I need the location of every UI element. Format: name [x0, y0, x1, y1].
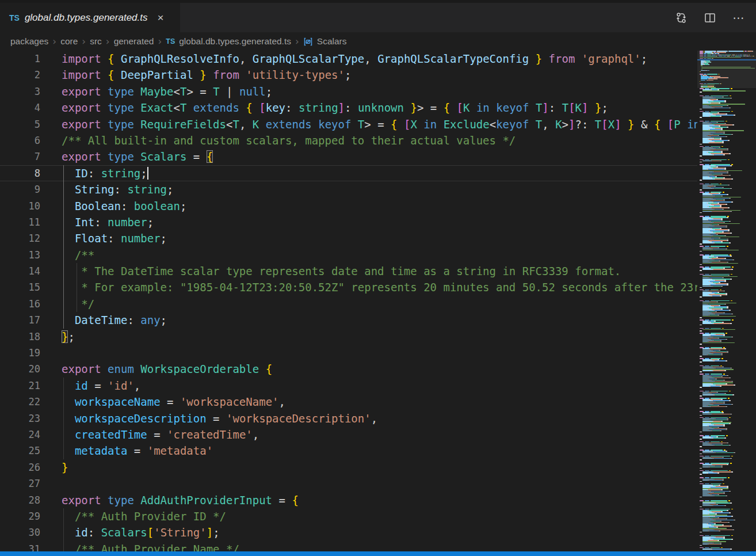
code-token: [ [568, 101, 575, 114]
code-token: > = [186, 85, 213, 98]
indent-guide [63, 541, 64, 551]
more-actions-icon[interactable]: ⋯ [732, 11, 746, 25]
line-number[interactable]: 16 [0, 296, 40, 312]
line-number[interactable]: 31 [0, 541, 40, 551]
code-token: : [549, 101, 562, 114]
line-number[interactable]: 10 [0, 198, 40, 214]
code-line[interactable]: 14 * The DateTime scalar type represents… [0, 263, 697, 279]
code-token: = [207, 412, 226, 425]
code-line[interactable]: 1import { GraphQLResolveInfo, GraphQLSca… [0, 51, 697, 67]
code-line[interactable]: 29 /** Auth Provider ID */ [0, 508, 697, 524]
code-line[interactable]: 31 /** Auth Provider Name */ [0, 541, 697, 551]
code-line[interactable]: 12 Float: number; [0, 230, 697, 246]
code-token: ] [582, 101, 588, 114]
code-token: keyof [312, 118, 352, 131]
line-number[interactable]: 5 [0, 116, 40, 132]
line-number[interactable]: 24 [0, 426, 40, 443]
line-number[interactable]: 4 [0, 100, 40, 116]
code-token: = [186, 150, 206, 163]
line-number[interactable]: 29 [0, 508, 40, 524]
code-token: DateTime [62, 314, 127, 326]
code-line[interactable]: 2import { DeepPartial } from 'utility-ty… [0, 67, 697, 83]
code-token: { [444, 101, 450, 114]
line-number[interactable]: 27 [0, 475, 40, 492]
code-line[interactable]: 13 /** [0, 247, 697, 263]
code-line[interactable]: 15 * For example: "1985-04-12T23:20:50.5… [0, 279, 697, 295]
code-line[interactable]: 11 Int: number; [0, 214, 697, 230]
line-number[interactable]: 18 [0, 329, 40, 345]
line-number[interactable]: 9 [0, 181, 40, 197]
indent-guide [63, 524, 64, 540]
code-line[interactable]: 21 id = 'id', [0, 378, 697, 394]
minimap-content [700, 51, 755, 550]
breadcrumb-item-symbol[interactable]: Scalars [303, 36, 347, 47]
breadcrumb-item-generated[interactable]: generated [114, 36, 154, 47]
breadcrumb-item-file[interactable]: TSglobal.db.types.generated.ts [166, 36, 291, 47]
code-line[interactable]: 4export type Exact<T extends { [key: str… [0, 100, 697, 116]
code-line[interactable]: 16 */ [0, 296, 697, 312]
breadcrumb-item-core[interactable]: core [60, 36, 78, 47]
code-token: Scalars [134, 150, 187, 163]
line-number[interactable]: 14 [0, 263, 40, 279]
line-number[interactable]: 1 [0, 51, 40, 67]
code-line[interactable]: 27 [0, 475, 697, 492]
code-token: { [654, 118, 660, 131]
line-number[interactable]: 11 [0, 214, 40, 230]
line-number[interactable]: 6 [0, 132, 40, 148]
line-number[interactable]: 26 [0, 459, 40, 475]
breadcrumb-item-src[interactable]: src [90, 36, 102, 47]
code-line[interactable]: 7export type Scalars = { [0, 148, 697, 165]
code-line[interactable]: 19 [0, 345, 697, 361]
code-token: & [635, 118, 654, 131]
line-number[interactable]: 28 [0, 492, 40, 508]
code-token: 'String' [154, 526, 207, 539]
code-line[interactable]: 24 createdTime = 'createdTime', [0, 426, 697, 443]
code-token [450, 101, 456, 114]
code-line[interactable]: 28export type AddAuthProviderInput = { [0, 492, 697, 508]
code-line[interactable]: 17 DateTime: any; [0, 312, 697, 328]
code-line[interactable]: 25 metadata = 'metadata' [0, 443, 697, 459]
open-changes-icon[interactable] [674, 11, 688, 25]
line-number[interactable]: 20 [0, 361, 40, 377]
code-line[interactable]: 5export type RequireFields<T, K extends … [0, 116, 697, 132]
code-area[interactable]: 1import { GraphQLResolveInfo, GraphQLSca… [0, 51, 697, 551]
code-token: string [101, 167, 141, 180]
code-line[interactable]: 9 String: string; [0, 181, 697, 197]
line-number[interactable]: 8 [0, 165, 40, 181]
minimap-slider[interactable] [697, 51, 756, 88]
close-tab-icon[interactable]: × [158, 12, 164, 23]
line-number[interactable]: 21 [0, 378, 40, 394]
line-number[interactable]: 19 [0, 345, 40, 361]
code-token: import [62, 52, 101, 65]
split-editor-icon[interactable] [703, 11, 717, 25]
code-line[interactable]: 20export enum WorkspaceOrderable { [0, 361, 697, 377]
line-number[interactable]: 2 [0, 67, 40, 83]
minimap[interactable] [697, 51, 756, 551]
line-number[interactable]: 25 [0, 443, 40, 459]
editor-tab[interactable]: TS global.db.types.generated.ts × [0, 3, 180, 32]
line-number[interactable]: 22 [0, 394, 40, 410]
line-number[interactable]: 3 [0, 83, 40, 100]
line-number[interactable]: 12 [0, 230, 40, 246]
code-line[interactable]: 26} [0, 459, 697, 475]
code-line[interactable]: 22 workspaceName = 'workspaceName', [0, 394, 697, 410]
line-number[interactable]: 30 [0, 524, 40, 540]
code-line[interactable]: 18}; [0, 329, 697, 345]
line-number[interactable]: 23 [0, 410, 40, 426]
code-line[interactable]: 30 id: Scalars['String']; [0, 524, 697, 540]
line-number[interactable]: 15 [0, 279, 40, 295]
code-token: workspaceDescription [62, 412, 207, 425]
code-token: T [529, 101, 542, 114]
code-line[interactable]: 6/** All built-in and custom scalars, ma… [0, 132, 697, 148]
line-number[interactable]: 13 [0, 247, 40, 263]
code-line[interactable]: 8 ID: string; [0, 165, 697, 181]
code-line[interactable]: 3export type Maybe<T> = T | null; [0, 83, 697, 100]
code-token: , [279, 395, 285, 408]
line-number[interactable]: 7 [0, 148, 40, 165]
code-line[interactable]: 10 Boolean: boolean; [0, 198, 697, 214]
breadcrumb-item-packages[interactable]: packages [10, 36, 48, 47]
code-token: T [595, 118, 601, 131]
code-line[interactable]: 23 workspaceDescription = 'workspaceDesc… [0, 410, 697, 426]
line-number[interactable]: 17 [0, 312, 40, 328]
code-token: = [272, 494, 292, 507]
